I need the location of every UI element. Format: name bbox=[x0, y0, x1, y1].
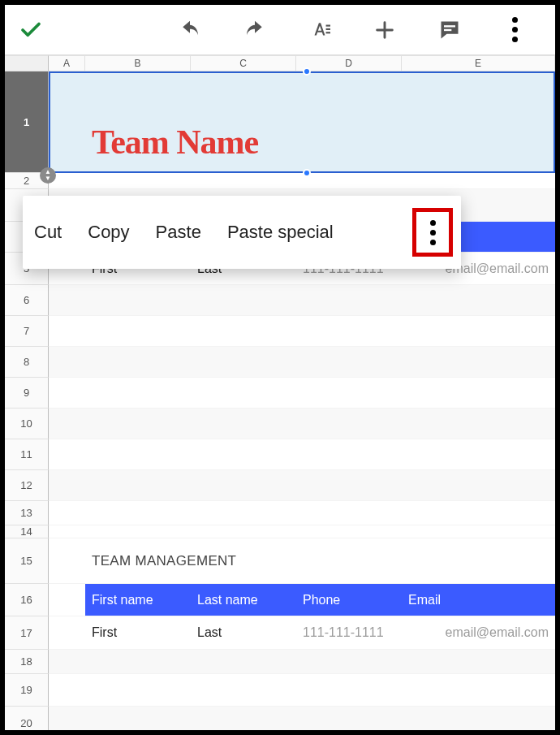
cell-c17[interactable]: Last bbox=[191, 616, 296, 649]
cells-area[interactable]: ▲▼ Team Name First La bbox=[49, 71, 555, 735]
row-header-20[interactable]: 20 bbox=[5, 707, 49, 735]
cell-a9[interactable] bbox=[49, 378, 555, 408]
grid-body: 1 2 3 4 5 6 7 8 9 10 11 12 13 14 15 16 1… bbox=[5, 71, 555, 735]
cell-a13[interactable] bbox=[49, 501, 555, 525]
text-format-icon bbox=[308, 19, 332, 41]
checkmark-icon bbox=[19, 18, 43, 42]
comment-button[interactable] bbox=[432, 12, 467, 48]
cell-e17[interactable]: email@email.com bbox=[402, 616, 555, 649]
cell-a19[interactable] bbox=[49, 674, 555, 706]
ctx-copy[interactable]: Copy bbox=[84, 217, 132, 248]
select-all-corner[interactable] bbox=[5, 55, 49, 71]
col-header-d[interactable]: D bbox=[296, 55, 402, 71]
cell-d16[interactable]: Phone bbox=[296, 584, 402, 616]
cell-title[interactable]: Team Name bbox=[85, 71, 555, 172]
cell-section2-title[interactable]: TEAM MANAGEMENT bbox=[85, 538, 555, 583]
row-header-19[interactable]: 19 bbox=[5, 674, 49, 707]
cell-a16[interactable] bbox=[49, 584, 85, 616]
row-header-17[interactable]: 17 bbox=[5, 616, 49, 650]
cell-a8[interactable] bbox=[49, 347, 85, 377]
cell-e16[interactable]: Email bbox=[402, 584, 555, 616]
row-header-14[interactable]: 14 bbox=[5, 525, 49, 538]
cell-b16[interactable]: First name bbox=[85, 584, 191, 616]
col-header-e[interactable]: E bbox=[402, 55, 555, 71]
ctx-cut[interactable]: Cut bbox=[31, 217, 65, 248]
svg-rect-1 bbox=[326, 28, 330, 29]
undo-icon bbox=[178, 19, 202, 41]
cell-a12[interactable] bbox=[49, 470, 85, 500]
column-headers: A B C D E bbox=[5, 55, 555, 71]
cell-b17[interactable]: First bbox=[85, 616, 191, 649]
ctx-more-highlight bbox=[412, 208, 453, 257]
row-header-18[interactable]: 18 bbox=[5, 650, 49, 674]
app-frame: A B C D E 1 2 3 4 5 6 7 8 9 10 11 12 13 … bbox=[0, 0, 560, 735]
cell-a2[interactable] bbox=[49, 173, 555, 188]
more-button[interactable] bbox=[497, 12, 532, 48]
cell-a11[interactable] bbox=[49, 439, 555, 469]
row-header-1[interactable]: 1 bbox=[5, 71, 49, 173]
row-header-11[interactable]: 11 bbox=[5, 439, 49, 470]
row-header-12[interactable]: 12 bbox=[5, 470, 49, 501]
comment-icon bbox=[437, 19, 462, 41]
row-header-6[interactable]: 6 bbox=[5, 285, 49, 316]
row-header-7[interactable]: 7 bbox=[5, 316, 49, 347]
plus-icon bbox=[373, 19, 396, 41]
svg-rect-3 bbox=[444, 25, 455, 27]
toolbar bbox=[5, 5, 555, 55]
more-vert-icon bbox=[512, 17, 518, 42]
row-header-9[interactable]: 9 bbox=[5, 378, 49, 409]
cell-d17[interactable]: 111-111-1111 bbox=[296, 616, 402, 649]
insert-button[interactable] bbox=[367, 12, 403, 48]
col-header-b[interactable]: B bbox=[85, 55, 191, 71]
cell-c16[interactable]: Last name bbox=[191, 584, 296, 616]
row-header-13[interactable]: 13 bbox=[5, 501, 49, 525]
svg-rect-4 bbox=[444, 28, 451, 30]
col-header-a[interactable]: A bbox=[49, 55, 85, 71]
cell-a18[interactable] bbox=[49, 650, 85, 673]
svg-rect-0 bbox=[326, 24, 330, 26]
col-header-c[interactable]: C bbox=[191, 55, 296, 71]
svg-rect-2 bbox=[326, 32, 330, 33]
cell-a7[interactable] bbox=[49, 316, 555, 346]
ctx-more-button[interactable] bbox=[430, 220, 436, 245]
row-header-15[interactable]: 15 bbox=[5, 538, 49, 584]
cell-a15[interactable] bbox=[49, 538, 85, 583]
confirm-button[interactable] bbox=[13, 12, 49, 48]
ctx-paste-special[interactable]: Paste special bbox=[224, 217, 337, 248]
context-menu: Cut Copy Paste Paste special bbox=[23, 196, 461, 269]
row-header-10[interactable]: 10 bbox=[5, 409, 49, 439]
undo-button[interactable] bbox=[172, 12, 208, 48]
cell-a10[interactable] bbox=[49, 409, 85, 439]
redo-button[interactable] bbox=[237, 12, 273, 48]
cell-a6[interactable] bbox=[49, 285, 85, 315]
cell-a20[interactable] bbox=[49, 707, 85, 735]
row-header-16[interactable]: 16 bbox=[5, 584, 49, 616]
text-format-button[interactable] bbox=[302, 12, 338, 48]
ctx-paste[interactable]: Paste bbox=[153, 217, 205, 248]
row-header-8[interactable]: 8 bbox=[5, 347, 49, 378]
redo-icon bbox=[243, 19, 267, 41]
cell-a1[interactable] bbox=[49, 71, 85, 172]
cell-a17[interactable] bbox=[49, 616, 85, 649]
more-vert-icon bbox=[430, 220, 436, 245]
cell-a14[interactable] bbox=[49, 525, 555, 538]
